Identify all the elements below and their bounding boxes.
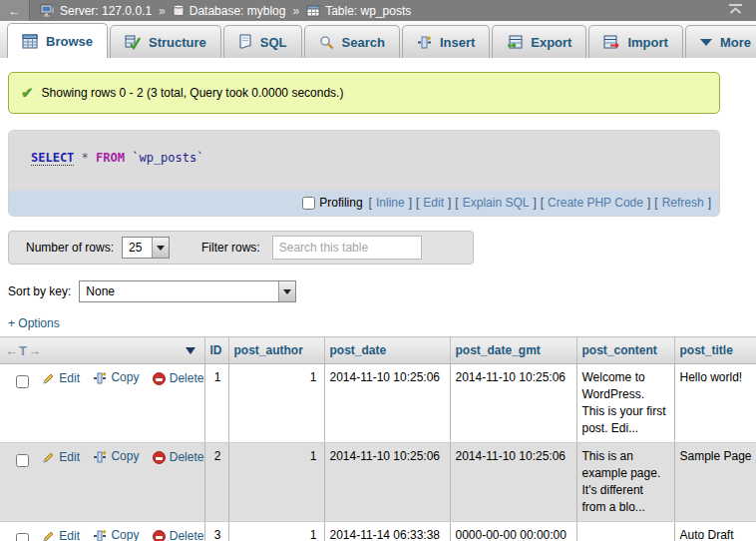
bracket: ]: [448, 196, 451, 210]
cell-post-content: This is an example page. It's different …: [576, 443, 674, 522]
bracket: ]: [708, 196, 711, 210]
breadcrumb-table-label: Table: wp_posts: [325, 4, 411, 18]
breadcrumb: Server: 127.0.0.1 » Database: myblog » T…: [40, 4, 411, 18]
table-row: Edit Copy Delete 2 1 2014-11-10 10:25:06…: [0, 443, 756, 522]
copy-link[interactable]: Copy: [111, 527, 139, 541]
cell-post-title: Sample Page: [674, 443, 756, 522]
edit-action[interactable]: Edit: [42, 449, 80, 466]
column-header-post-date-gmt[interactable]: post_date_gmt: [450, 337, 576, 364]
row-checkbox[interactable]: [16, 533, 29, 541]
tab-insert[interactable]: Insert: [402, 25, 490, 58]
breadcrumb-server[interactable]: Server: 127.0.0.1: [40, 4, 152, 18]
pencil-icon: [42, 372, 55, 385]
select-dropdown-button[interactable]: [152, 238, 169, 258]
row-checkbox[interactable]: [16, 454, 29, 467]
copy-action[interactable]: Copy: [93, 369, 139, 386]
delete-link[interactable]: Delete: [170, 449, 204, 466]
profiling-label: Profiling: [319, 196, 362, 210]
breadcrumb-table[interactable]: Table: wp_posts: [306, 4, 411, 18]
column-header-post-author[interactable]: post_author: [228, 337, 324, 364]
edit-query-link[interactable]: Edit: [423, 196, 444, 210]
bracket: ]: [533, 196, 536, 210]
breadcrumb-server-label: Server: 127.0.0.1: [60, 4, 152, 18]
table-row: Edit Copy Delete 1 1 2014-11-10 10:25:06…: [0, 364, 756, 443]
tab-structure[interactable]: Structure: [110, 25, 221, 58]
back-arrow-icon: ←: [9, 4, 21, 18]
explain-sql-link[interactable]: Explain SQL: [463, 196, 530, 210]
tab-sql[interactable]: SQL: [223, 25, 302, 58]
delete-icon: [153, 451, 166, 464]
rows-per-page-select[interactable]: 25: [122, 237, 170, 259]
rows-control-panel: Number of rows: 25 Filter rows:: [8, 231, 474, 265]
collapse-top-icon[interactable]: [727, 3, 744, 18]
tab-more-label: More: [720, 35, 751, 50]
copy-icon: [93, 371, 107, 385]
sort-by-key-value: None: [80, 281, 278, 301]
edit-link[interactable]: Edit: [59, 528, 80, 541]
sql-query: SELECT * FROM `wp_posts`: [9, 131, 719, 191]
tab-import[interactable]: Import: [588, 25, 682, 58]
column-actions-icon[interactable]: ←T→: [5, 343, 42, 358]
delete-action[interactable]: Delete: [153, 449, 204, 466]
select-dropdown-button[interactable]: [278, 281, 295, 301]
column-header-id[interactable]: ID: [204, 337, 228, 364]
insert-icon: [417, 35, 432, 50]
pencil-icon: [42, 451, 55, 464]
breadcrumb-bar: ← Server: 127.0.0.1 » Database: myblog »: [0, 0, 756, 21]
server-icon: [40, 4, 55, 17]
column-header-post-date[interactable]: post_date: [324, 337, 450, 364]
tab-browse[interactable]: Browse: [7, 23, 108, 58]
inline-link[interactable]: Inline: [376, 196, 405, 210]
create-php-code-link[interactable]: Create PHP Code: [548, 196, 643, 210]
cell-post-content: Welcome to WordPress. This is your first…: [576, 364, 674, 443]
copy-icon: [93, 529, 107, 541]
delete-action[interactable]: Delete: [153, 528, 204, 541]
copy-action[interactable]: Copy: [93, 527, 139, 541]
edit-link[interactable]: Edit: [59, 449, 80, 466]
copy-link[interactable]: Copy: [111, 448, 139, 465]
breadcrumb-database[interactable]: Database: myblog: [173, 4, 286, 18]
delete-link[interactable]: Delete: [170, 528, 204, 541]
bracket: [: [654, 196, 657, 210]
cell-post-author: 1: [228, 443, 324, 522]
filter-rows-input[interactable]: [272, 236, 422, 260]
sql-table-identifier: `wp_posts`: [132, 151, 203, 165]
refresh-link[interactable]: Refresh: [662, 196, 704, 210]
sql-keyword-select[interactable]: SELECT: [31, 151, 74, 166]
bracket: [: [369, 196, 372, 210]
row-checkbox[interactable]: [16, 375, 29, 388]
options-toggle-link[interactable]: + Options: [8, 316, 60, 330]
table-icon: [306, 5, 320, 17]
tab-insert-label: Insert: [440, 35, 475, 50]
pencil-icon: [42, 530, 55, 541]
delete-action[interactable]: Delete: [153, 370, 204, 387]
copy-action[interactable]: Copy: [93, 448, 139, 465]
back-button[interactable]: ←: [0, 0, 30, 21]
breadcrumb-separator: »: [159, 4, 166, 18]
delete-icon: [153, 530, 166, 541]
tab-structure-label: Structure: [149, 35, 206, 50]
tab-export[interactable]: Export: [492, 25, 586, 58]
sort-by-key-select[interactable]: None: [79, 280, 296, 302]
tab-more[interactable]: More: [685, 25, 756, 58]
edit-link[interactable]: Edit: [59, 370, 80, 387]
profiling-checkbox[interactable]: [302, 197, 315, 210]
results-table: ←T→ ID post_author post_date post_date_g…: [0, 336, 756, 541]
edit-action[interactable]: Edit: [42, 528, 80, 541]
chevron-down-icon: [157, 246, 165, 251]
copy-link[interactable]: Copy: [111, 369, 139, 386]
table-row: Edit Copy Delete 3 1 2014-11-14 06:33:38…: [0, 522, 756, 541]
column-header-post-content[interactable]: post_content: [576, 337, 674, 364]
delete-link[interactable]: Delete: [170, 370, 204, 387]
sort-menu-icon[interactable]: [186, 347, 195, 354]
cell-post-date-gmt: 2014-11-10 10:25:06: [450, 364, 576, 443]
cell-id: 1: [204, 364, 228, 443]
tab-search[interactable]: Search: [304, 25, 400, 58]
copy-icon: [93, 450, 107, 464]
bracket: ]: [647, 196, 650, 210]
edit-action[interactable]: Edit: [42, 370, 80, 387]
column-header-post-title[interactable]: post_title: [674, 337, 756, 364]
cell-post-content: [576, 522, 674, 541]
tab-browse-label: Browse: [46, 34, 93, 49]
query-box: SELECT * FROM `wp_posts` Profiling [ Inl…: [8, 130, 720, 217]
